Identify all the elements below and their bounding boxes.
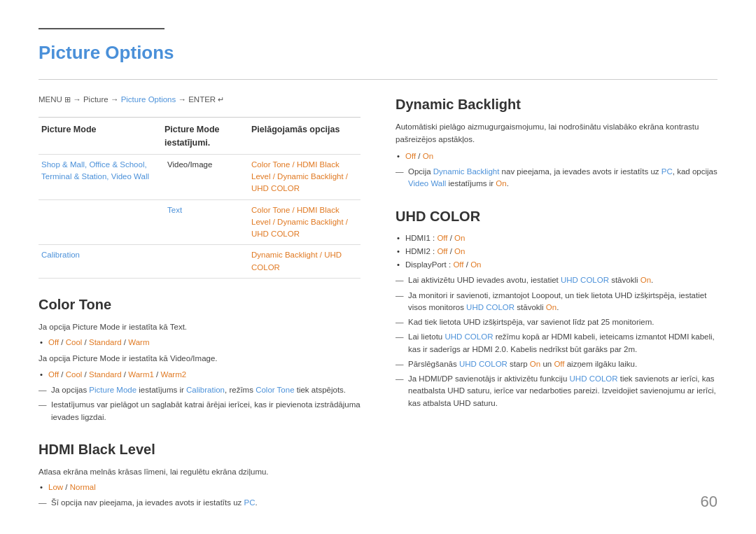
list-item: Lai lietotu UHD COLOR režīmu kopā ar HDM… [396, 331, 718, 356]
color-tone-bullets-1: Off / Cool / Standard / Warm [38, 337, 360, 349]
uhd-color-notes: Lai aktivizētu UHD ievades avotu, iestat… [396, 274, 718, 409]
cell-row3-col1: Calibration [38, 249, 164, 261]
list-item: Ja opcijas Picture Mode iestatījums ir C… [38, 384, 360, 396]
color-tone-title: Color Tone [38, 294, 360, 315]
list-item: Šī opcija nav pieejama, ja ievades avots… [38, 497, 360, 509]
color-tone-note1: Ja opcija Picture Mode ir iestatīta kā T… [38, 321, 360, 333]
list-item: Lai aktivizētu UHD ievades avotu, iestat… [396, 274, 718, 286]
top-rule [38, 28, 164, 29]
table-header: Picture Mode Picture Modeiestatījumi. Pi… [38, 117, 360, 154]
dynamic-backlight-bullets: Off / On [396, 150, 718, 162]
list-item: Pārslēgšanās UHD COLOR starp On un Off a… [396, 358, 718, 370]
list-item: Opcija Dynamic Backlight nav pieejama, j… [396, 166, 718, 190]
uhd-color-title: UHD COLOR [396, 206, 718, 227]
list-item: DisplayPort : Off / On [396, 259, 718, 271]
list-item: Iestatījumus var pielāgot un saglabāt ka… [38, 399, 360, 423]
color-tone-note2: Ja opcija Picture Mode ir iestatīta kā V… [38, 352, 360, 365]
table-row: Calibration Dynamic Backlight / UHD COLO… [38, 244, 360, 279]
hdmi-black-level-desc: Atlasa ekrāna melnās krāsas līmeni, lai … [38, 465, 360, 478]
table-row: Shop & Mall, Office & School, Terminal &… [38, 154, 360, 199]
cell-row1-col1: Shop & Mall, Office & School, Terminal &… [38, 159, 164, 183]
dynamic-backlight-notes: Opcija Dynamic Backlight nav pieejama, j… [396, 166, 718, 190]
cell-row2-col3: Color Tone / HDMI Black Level / Dynamic … [248, 204, 360, 241]
right-column: Dynamic Backlight Automātiski pielāgo ai… [396, 94, 718, 513]
dynamic-backlight-title: Dynamic Backlight [396, 94, 718, 115]
page-title: Picture Options [38, 39, 718, 66]
menu-path: MENU ⊞ → Picture → Picture Options → ENT… [38, 94, 360, 106]
table-row: Text Color Tone / HDMI Black Level / Dyn… [38, 199, 360, 245]
list-item: Kad tiek lietota UHD izšķirtspēja, var s… [396, 316, 718, 328]
header-divider [38, 79, 718, 80]
cell-row2-col2: Text [164, 204, 248, 216]
color-tone-notes: Ja opcijas Picture Mode iestatījums ir C… [38, 384, 360, 423]
left-column: MENU ⊞ → Picture → Picture Options → ENT… [38, 94, 360, 513]
list-item: Ja HDMI/DP savienotājs ir aktivizētu fun… [396, 373, 718, 409]
list-item: Off / Cool / Standard / Warm1 / Warm2 [38, 369, 360, 381]
hdmi-black-level-notes: Šī opcija nav pieejama, ja ievades avots… [38, 497, 360, 509]
dynamic-backlight-desc: Automātiski pielāgo aizmugurgaismojumu, … [396, 120, 718, 146]
list-item: HDMI1 : Off / On [396, 232, 718, 244]
list-item: HDMI2 : Off / On [396, 246, 718, 258]
cell-row1-col3: Color Tone / HDMI Black Level / Dynamic … [248, 159, 360, 195]
hdmi-black-level-bullets: Low / Normal [38, 482, 360, 493]
list-item: Off / On [396, 150, 718, 162]
list-item: Off / Cool / Standard / Warm [38, 337, 360, 349]
col-header-1: Picture Mode [38, 123, 164, 150]
col-header-2: Picture Modeiestatījumi. [164, 123, 248, 150]
col-header-3: Pielāgojamās opcijas [248, 123, 360, 150]
list-item: Low / Normal [38, 482, 360, 493]
page-number: 60 [701, 490, 718, 513]
list-item: Ja monitori ir savienoti, izmantojot Loo… [396, 290, 718, 314]
color-tone-bullets-2: Off / Cool / Standard / Warm1 / Warm2 [38, 369, 360, 381]
cell-row3-col3: Dynamic Backlight / UHD COLOR [248, 249, 360, 274]
uhd-color-bullets: HDMI1 : Off / On HDMI2 : Off / On Displa… [396, 232, 718, 272]
hdmi-black-level-title: HDMI Black Level [38, 439, 360, 460]
cell-row1-col2: Video/Image [164, 159, 248, 171]
